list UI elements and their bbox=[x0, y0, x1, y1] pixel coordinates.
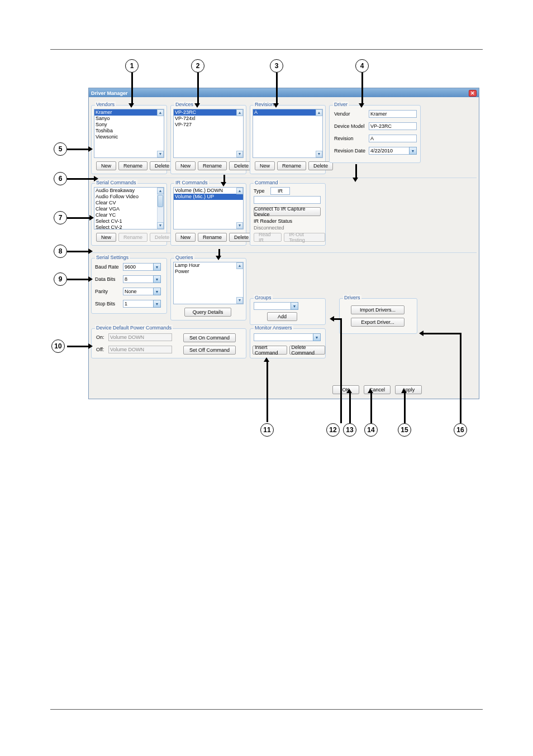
databits-field[interactable]: 8 bbox=[123, 275, 153, 283]
list-item[interactable]: VP-727 bbox=[174, 122, 243, 128]
dropdown-icon[interactable]: ▼ bbox=[313, 333, 321, 341]
scroll-down-icon[interactable]: ▼ bbox=[316, 151, 322, 157]
parity-combo[interactable]: None ▼ bbox=[123, 288, 161, 295]
scroll-up-icon[interactable]: ▲ bbox=[157, 188, 164, 194]
dropdown-icon[interactable]: ▼ bbox=[291, 302, 298, 310]
driver-date-field[interactable]: 4/22/2010 bbox=[369, 147, 409, 155]
close-icon[interactable]: ✕ bbox=[469, 90, 477, 97]
export-driver-button[interactable]: Export Driver... bbox=[351, 318, 404, 327]
list-item[interactable]: Sony bbox=[94, 122, 164, 128]
list-item[interactable]: Toshiba bbox=[94, 128, 164, 134]
list-item[interactable]: Sanyo bbox=[94, 116, 164, 122]
monitor-answers-title: Monitor Answers bbox=[254, 325, 293, 331]
list-item[interactable]: Volume (Mic.) UP bbox=[174, 194, 243, 200]
scroll-thumb[interactable] bbox=[158, 195, 163, 207]
insert-command-button[interactable]: Insert Command bbox=[253, 346, 287, 355]
serial-settings-title: Serial Settings bbox=[95, 255, 130, 260]
dropdown-icon[interactable]: ▼ bbox=[153, 300, 161, 308]
dropdown-icon[interactable]: ▼ bbox=[409, 147, 417, 155]
dropdown-icon[interactable]: ▼ bbox=[153, 275, 161, 283]
list-item[interactable]: Audio Follow Video bbox=[94, 194, 164, 200]
list-item[interactable]: Power bbox=[174, 269, 243, 275]
monitor-combo[interactable]: ▼ bbox=[254, 333, 321, 341]
groups-field[interactable] bbox=[254, 302, 291, 310]
scroll-up-icon[interactable]: ▲ bbox=[236, 262, 243, 269]
titlebar[interactable]: Driver Manager ✕ bbox=[89, 88, 479, 97]
scroll-down-icon[interactable]: ▼ bbox=[236, 297, 243, 304]
power-commands-panel: Device Default Power Commands On: Volume… bbox=[91, 328, 246, 358]
databits-combo[interactable]: 8 ▼ bbox=[123, 275, 161, 283]
revisions-new-button[interactable]: New bbox=[255, 161, 275, 170]
scroll-down-icon[interactable]: ▼ bbox=[157, 222, 164, 229]
scroll-up-icon[interactable]: ▲ bbox=[236, 188, 243, 194]
baud-field[interactable]: 9600 bbox=[123, 263, 153, 271]
scroll-down-icon[interactable]: ▼ bbox=[236, 151, 243, 157]
delete-command-button[interactable]: Delete Command bbox=[289, 346, 325, 355]
ok-button[interactable]: OK bbox=[332, 385, 359, 394]
driver-date-combo[interactable]: 4/22/2010 ▼ bbox=[369, 147, 417, 155]
stopbits-combo[interactable]: 1 ▼ bbox=[123, 300, 161, 308]
list-item[interactable]: Clear YC bbox=[94, 212, 164, 218]
arrow-14-head bbox=[368, 389, 373, 393]
groups-add-button[interactable]: Add bbox=[267, 312, 297, 321]
list-item[interactable]: Volume (Mic.) DOWN bbox=[174, 188, 243, 194]
driver-revision-field[interactable]: A bbox=[369, 135, 417, 142]
list-item[interactable]: Select CV-1 bbox=[94, 218, 164, 224]
ir-commands-list[interactable]: Volume (Mic.) DOWN Volume (Mic.) UP ▲ ▼ bbox=[173, 187, 244, 229]
parity-field[interactable]: None bbox=[123, 288, 153, 295]
drivers-panel: Drivers Import Drivers... Export Driver.… bbox=[339, 298, 417, 334]
import-drivers-button[interactable]: Import Drivers... bbox=[351, 305, 404, 314]
ir-commands-new-button[interactable]: New bbox=[175, 233, 196, 242]
monitor-field[interactable] bbox=[254, 333, 313, 341]
set-off-command-button[interactable]: Set Off Command bbox=[183, 346, 236, 355]
serial-commands-list[interactable]: Audio Breakaway Audio Follow Video Clear… bbox=[94, 187, 164, 229]
queries-list[interactable]: Lamp Hour Power ▲ ▼ bbox=[173, 262, 244, 304]
scroll-down-icon[interactable]: ▼ bbox=[236, 222, 243, 229]
dropdown-icon[interactable]: ▼ bbox=[153, 288, 161, 295]
list-item[interactable]: Viewsonic bbox=[94, 134, 164, 140]
list-item[interactable]: A bbox=[253, 109, 322, 116]
stopbits-field[interactable]: 1 bbox=[123, 300, 153, 308]
scroll-down-icon[interactable]: ▼ bbox=[157, 151, 164, 157]
callout-13: 13 bbox=[343, 423, 356, 437]
connect-ir-button[interactable]: Connect To IR Capture Device bbox=[254, 207, 321, 216]
query-details-button[interactable]: Query Details bbox=[184, 308, 231, 317]
command-input[interactable] bbox=[254, 196, 321, 204]
list-item[interactable]: VP-724xl bbox=[174, 116, 243, 122]
list-item[interactable]: Clear VGA bbox=[94, 206, 164, 212]
list-item[interactable]: Lamp Hour bbox=[174, 262, 243, 269]
scroll-up-icon[interactable]: ▲ bbox=[316, 109, 322, 116]
driver-title: Driver bbox=[333, 102, 349, 107]
vendors-rename-button[interactable]: Rename bbox=[118, 161, 147, 170]
devices-rename-button[interactable]: Rename bbox=[198, 161, 227, 170]
driver-vendor-field[interactable]: Kramer bbox=[369, 110, 417, 118]
driver-model-field[interactable]: VP-23RC bbox=[369, 122, 417, 130]
list-item[interactable]: Audio Breakaway bbox=[94, 188, 164, 194]
vendors-panel: Vendors Kramer Sanyo Sony Toshiba Viewso… bbox=[91, 105, 167, 174]
list-item[interactable]: Clear CV bbox=[94, 200, 164, 206]
list-item[interactable]: Kramer bbox=[94, 109, 164, 116]
vendors-new-button[interactable]: New bbox=[96, 161, 116, 170]
baud-combo[interactable]: 9600 ▼ bbox=[123, 263, 161, 271]
stopbits-label: Stop Bits bbox=[95, 301, 115, 307]
set-on-command-button[interactable]: Set On Command bbox=[183, 333, 236, 342]
list-item[interactable]: Select CV-2 bbox=[94, 224, 164, 229]
list-item[interactable]: VP-23RC bbox=[174, 109, 243, 116]
devices-new-button[interactable]: New bbox=[175, 161, 196, 170]
callout-8: 8 bbox=[54, 245, 67, 258]
dropdown-icon[interactable]: ▼ bbox=[153, 263, 161, 271]
revisions-list[interactable]: A ▲ ▼ bbox=[253, 109, 323, 158]
arrow-12-head bbox=[330, 316, 334, 322]
serial-commands-new-button[interactable]: New bbox=[96, 233, 116, 242]
revisions-rename-button[interactable]: Rename bbox=[277, 161, 306, 170]
apply-button[interactable]: Apply bbox=[395, 385, 422, 394]
devices-list[interactable]: VP-23RC VP-724xl VP-727 ▲ ▼ bbox=[173, 109, 244, 158]
page-bottom-rule bbox=[50, 709, 483, 710]
groups-combo[interactable]: ▼ bbox=[254, 302, 298, 310]
vendors-list[interactable]: Kramer Sanyo Sony Toshiba Viewsonic ▲ ▼ bbox=[94, 109, 164, 158]
baud-label: Baud Rate bbox=[95, 264, 119, 270]
scroll-up-icon[interactable]: ▲ bbox=[236, 109, 243, 116]
ir-commands-rename-button[interactable]: Rename bbox=[198, 233, 227, 242]
callout-12: 12 bbox=[326, 423, 340, 437]
scroll-up-icon[interactable]: ▲ bbox=[157, 109, 164, 116]
